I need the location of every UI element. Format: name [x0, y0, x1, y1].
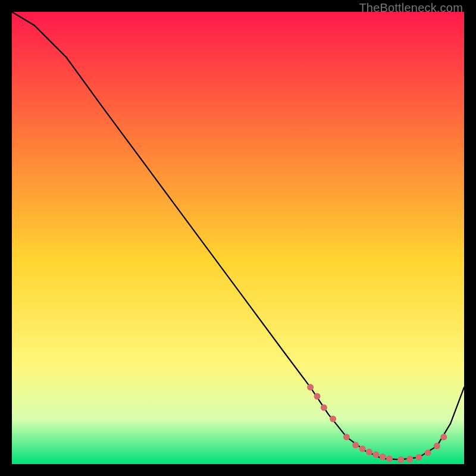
marker-dot — [321, 405, 327, 411]
marker-dot — [406, 456, 413, 462]
marker-dot — [434, 443, 440, 449]
gradient-background — [12, 12, 464, 464]
marker-dot — [330, 416, 336, 422]
marker-dot — [386, 455, 393, 462]
marker-dot — [397, 456, 404, 463]
chart-frame: TheBottleneck.com — [0, 0, 476, 476]
marker-dot — [352, 442, 359, 449]
bottleneck-chart — [12, 12, 464, 464]
marker-dot — [440, 434, 447, 440]
marker-dot — [343, 434, 350, 440]
marker-dot — [416, 454, 422, 461]
marker-dot — [372, 452, 379, 458]
marker-dot — [380, 453, 386, 460]
marker-dot — [425, 450, 431, 456]
marker-dot — [307, 384, 314, 390]
marker-dot — [314, 393, 321, 400]
marker-dot — [359, 446, 366, 452]
marker-dot — [366, 449, 372, 455]
